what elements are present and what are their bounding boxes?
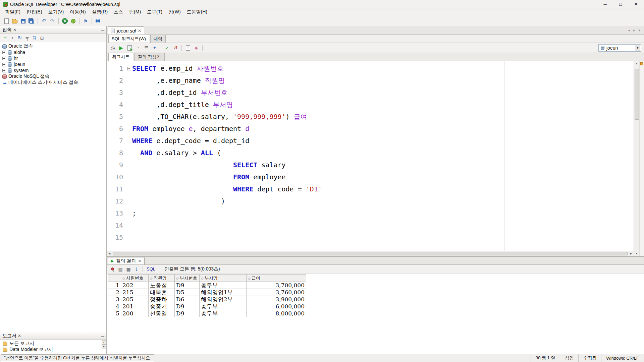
menu-item[interactable]: 도움말(H) <box>184 8 210 16</box>
column-header[interactable]: ◇부서번호 <box>175 275 200 282</box>
menu-item[interactable]: 소스 <box>111 8 126 16</box>
run-statement-icon[interactable]: ▶ <box>117 44 125 52</box>
menu-item[interactable]: 도구(T) <box>144 8 165 16</box>
tab-sql-worksheet[interactable]: SQL 워크시트(W) <box>108 35 149 43</box>
refresh-icon[interactable]: ↻ <box>16 35 23 41</box>
tree-item[interactable]: ☁데이터베이스 스키마 서비스 접속 <box>0 79 106 85</box>
code-line[interactable]: 1−SELECT e.emp_id 사원번호 <box>107 62 634 74</box>
new-file-icon[interactable] <box>3 17 10 25</box>
debug-icon[interactable] <box>69 17 77 25</box>
report-item[interactable]: 모든 보고서 <box>0 341 106 347</box>
grid-cell[interactable]: D5 <box>175 289 200 296</box>
chevron-down-icon[interactable]: ▼ <box>635 45 640 51</box>
tab-query-builder[interactable]: 질의 작성기 <box>134 53 165 61</box>
rollback-icon[interactable]: ↺ <box>172 44 179 52</box>
close-button[interactable]: ✕ <box>628 0 644 8</box>
grid-cell[interactable]: 3,760,000 <box>247 289 306 296</box>
grid-cell[interactable]: 총무부 <box>200 282 247 289</box>
menu-item[interactable]: 팀(M) <box>126 8 144 16</box>
open-file-icon[interactable] <box>11 17 18 25</box>
tree-item[interactable]: +system <box>0 67 106 73</box>
column-header[interactable]: ◇부서명 <box>200 275 247 282</box>
commit-icon[interactable]: ✓ <box>163 44 171 52</box>
scroll-left-icon[interactable]: ◀ <box>107 252 112 255</box>
grid-cell[interactable]: 해외영업2부 <box>200 296 247 303</box>
grid-cell[interactable]: 선동일 <box>149 310 175 317</box>
menu-item[interactable]: 파일(F) <box>2 8 23 16</box>
editor[interactable]: 1−SELECT e.emp_id 사원번호2 ,e.emp_name 직원명3… <box>107 61 634 256</box>
menu-item[interactable]: 창(W) <box>165 8 184 16</box>
reports-minimize-icon[interactable]: ─ <box>101 334 104 339</box>
connection-selector[interactable]: joeun ▼ <box>598 44 641 52</box>
horizontal-scrollbar[interactable]: ◀ ▶ <box>107 251 634 256</box>
connections-minimize-icon[interactable]: ─ <box>101 27 104 33</box>
tab-back-icon[interactable]: ◂ <box>628 28 630 33</box>
column-header[interactable]: ◇직원명 <box>149 275 175 282</box>
grid-cell[interactable]: 202 <box>121 282 149 289</box>
history-icon[interactable]: ◷ <box>109 44 116 52</box>
search-icon[interactable] <box>94 17 102 25</box>
grid-cell[interactable]: 노옹철 <box>149 282 175 289</box>
tab-joeun-sql[interactable]: joeun.sql ✕ <box>108 26 144 35</box>
tab-query-result[interactable]: ▶ 질의 결과 ✕ <box>108 257 145 264</box>
scroll-right-icon[interactable]: ▶ <box>628 252 634 255</box>
code-line[interactable]: 10 FROM employee <box>107 171 634 183</box>
tree-expander-icon[interactable]: + <box>2 69 6 72</box>
explain-plan-icon[interactable]: ☰ <box>143 44 150 52</box>
grid-cell[interactable]: 3,700,000 <box>247 282 306 289</box>
tab-forward-icon[interactable]: ▸ <box>633 28 635 33</box>
maximize-button[interactable]: □ <box>613 0 628 8</box>
report-item[interactable]: Data Modeler 보고서 <box>0 347 106 353</box>
scroll-up-icon[interactable]: ▲ <box>634 61 639 66</box>
grid-cell[interactable]: 총무부 <box>200 303 247 310</box>
grid-cell[interactable]: D6 <box>175 296 200 303</box>
unshared-worksheet-icon[interactable] <box>184 44 192 52</box>
tab-close-icon[interactable]: ✕ <box>138 28 141 33</box>
pin-icon[interactable] <box>109 266 116 273</box>
code-line[interactable]: 8 AND e.salary > ALL ( <box>107 147 634 159</box>
code-line[interactable]: 11 WHERE dept_code = 'D1' <box>107 183 634 195</box>
minimize-button[interactable]: ─ <box>597 0 613 8</box>
scroll-down-icon[interactable]: ▼ <box>102 345 106 349</box>
grid-cell[interactable]: 정중하 <box>149 296 175 303</box>
vertical-scrollbar[interactable]: ▲ ▼ <box>634 61 639 256</box>
run-script-icon[interactable] <box>126 44 133 52</box>
redo-icon[interactable]: ↷ <box>49 17 56 25</box>
save-all-icon[interactable] <box>28 17 35 25</box>
column-header[interactable]: ◇사원번호 <box>121 275 149 282</box>
grid-cell[interactable]: 200 <box>121 310 149 317</box>
export-icon[interactable]: ⇓ <box>133 266 140 273</box>
tree-item[interactable]: Oracle 접속 <box>0 43 106 49</box>
autotrace-icon[interactable]: ◔ <box>134 44 142 52</box>
clear-icon[interactable]: ◆ <box>193 44 200 52</box>
tree-expander-icon[interactable]: + <box>2 57 6 60</box>
scroll-down-icon[interactable]: ▼ <box>634 251 639 256</box>
tab-history[interactable]: 내역 <box>150 35 166 43</box>
tree-item[interactable]: +joeun <box>0 61 106 67</box>
menu-item[interactable]: 이동(N) <box>67 8 89 16</box>
collapse-all-icon[interactable]: ⊟ <box>39 35 45 41</box>
menu-item[interactable]: 편집(E) <box>23 8 45 16</box>
grid-cell[interactable]: 송종기 <box>149 303 175 310</box>
hscroll-thumb[interactable] <box>113 252 628 255</box>
menu-item[interactable]: 실행(R) <box>89 8 111 16</box>
save-icon[interactable] <box>19 17 27 25</box>
code-line[interactable]: 4 ,d.dept_title 부서명 <box>107 99 634 111</box>
reports-close-icon[interactable]: ✕ <box>18 334 21 338</box>
fold-marker-icon[interactable]: − <box>126 62 132 74</box>
sql-tuning-advisor-icon[interactable]: ✦ <box>151 44 158 52</box>
grid-cell[interactable]: 3,900,000 <box>247 296 306 303</box>
grid-cell[interactable]: 201 <box>121 303 149 310</box>
filter-icon[interactable] <box>24 35 31 41</box>
code-line[interactable]: 7WHERE e.dept_code = d.dept_id <box>107 135 634 147</box>
vscroll-thumb[interactable] <box>635 69 639 120</box>
menu-item[interactable]: 보기(V) <box>45 8 67 16</box>
code-line[interactable]: 6FROM employee e, department d <box>107 123 634 135</box>
undo-icon[interactable]: ↶ <box>40 17 48 25</box>
code-line[interactable]: 2 ,e.emp_name 직원명 <box>107 74 634 86</box>
code-line[interactable]: 15 <box>107 231 634 243</box>
connections-close-icon[interactable]: ✕ <box>13 27 16 32</box>
grid-edit-icon[interactable]: ▦ <box>125 266 132 273</box>
tree-expander-icon[interactable]: + <box>2 63 6 66</box>
add-connection-icon[interactable]: + <box>2 35 8 41</box>
